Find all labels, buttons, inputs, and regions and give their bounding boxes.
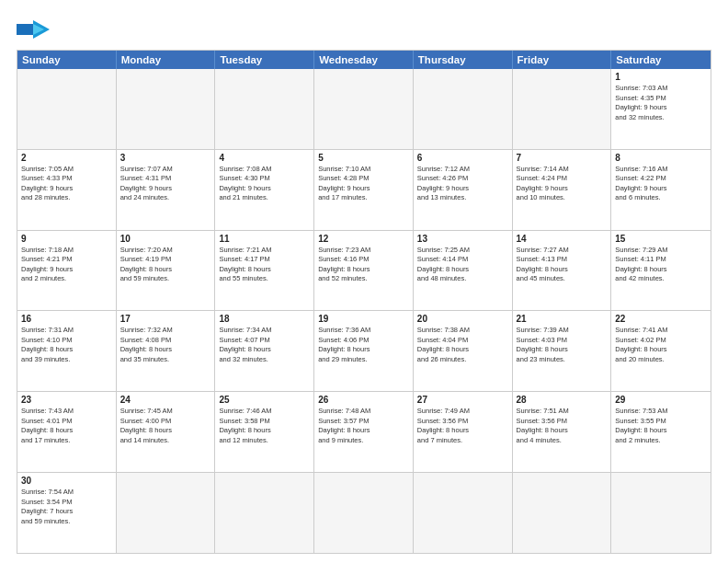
day-info: Sunrise: 7:31 AM Sunset: 4:10 PM Dayligh… <box>21 326 112 364</box>
day-cell-19: 19Sunrise: 7:36 AM Sunset: 4:06 PM Dayli… <box>314 311 414 391</box>
day-number: 22 <box>615 314 707 324</box>
day-cell-18: 18Sunrise: 7:34 AM Sunset: 4:07 PM Dayli… <box>215 311 314 391</box>
day-info: Sunrise: 7:27 AM Sunset: 4:13 PM Dayligh… <box>517 246 608 284</box>
day-cell-21: 21Sunrise: 7:39 AM Sunset: 4:03 PM Dayli… <box>513 311 612 391</box>
calendar-body: 1Sunrise: 7:03 AM Sunset: 4:35 PM Daylig… <box>17 69 711 553</box>
day-cell-16: 16Sunrise: 7:31 AM Sunset: 4:10 PM Dayli… <box>17 311 117 391</box>
day-cell-27: 27Sunrise: 7:49 AM Sunset: 3:56 PM Dayli… <box>414 392 513 472</box>
day-info: Sunrise: 7:14 AM Sunset: 4:24 PM Dayligh… <box>517 165 608 203</box>
day-number: 2 <box>21 153 112 163</box>
calendar-row-3: 16Sunrise: 7:31 AM Sunset: 4:10 PM Dayli… <box>17 310 711 391</box>
empty-cell <box>215 69 314 149</box>
day-cell-15: 15Sunrise: 7:29 AM Sunset: 4:11 PM Dayli… <box>611 231 711 311</box>
logo <box>17 17 53 42</box>
day-number: 10 <box>120 234 211 244</box>
day-number: 6 <box>417 153 508 163</box>
day-number: 16 <box>21 314 112 324</box>
day-cell-25: 25Sunrise: 7:46 AM Sunset: 3:58 PM Dayli… <box>215 392 314 472</box>
calendar-row-4: 23Sunrise: 7:43 AM Sunset: 4:01 PM Dayli… <box>17 391 711 472</box>
day-info: Sunrise: 7:03 AM Sunset: 4:35 PM Dayligh… <box>615 84 707 122</box>
day-cell-5: 5Sunrise: 7:10 AM Sunset: 4:28 PM Daylig… <box>314 150 414 230</box>
day-number: 25 <box>219 395 310 405</box>
day-info: Sunrise: 7:34 AM Sunset: 4:07 PM Dayligh… <box>219 326 310 364</box>
day-number: 27 <box>417 395 508 405</box>
day-info: Sunrise: 7:23 AM Sunset: 4:16 PM Dayligh… <box>318 246 409 284</box>
day-number: 24 <box>120 395 211 405</box>
header-day-monday: Monday <box>117 51 216 69</box>
day-number: 23 <box>21 395 112 405</box>
day-cell-4: 4Sunrise: 7:08 AM Sunset: 4:30 PM Daylig… <box>215 150 314 230</box>
day-info: Sunrise: 7:41 AM Sunset: 4:02 PM Dayligh… <box>615 326 707 364</box>
empty-cell <box>314 473 414 553</box>
day-number: 17 <box>120 314 211 324</box>
day-cell-29: 29Sunrise: 7:53 AM Sunset: 3:55 PM Dayli… <box>611 392 711 472</box>
day-cell-14: 14Sunrise: 7:27 AM Sunset: 4:13 PM Dayli… <box>513 231 612 311</box>
day-number: 26 <box>318 395 409 405</box>
empty-cell <box>215 473 314 553</box>
header-day-sunday: Sunday <box>17 51 117 69</box>
day-cell-23: 23Sunrise: 7:43 AM Sunset: 4:01 PM Dayli… <box>17 392 117 472</box>
header-day-saturday: Saturday <box>611 51 711 69</box>
day-info: Sunrise: 7:54 AM Sunset: 3:54 PM Dayligh… <box>21 488 112 526</box>
day-number: 14 <box>517 234 608 244</box>
day-info: Sunrise: 7:46 AM Sunset: 3:58 PM Dayligh… <box>219 407 310 445</box>
empty-cell <box>513 473 612 553</box>
empty-cell <box>117 69 216 149</box>
day-cell-10: 10Sunrise: 7:20 AM Sunset: 4:19 PM Dayli… <box>117 231 216 311</box>
day-number: 1 <box>615 72 707 82</box>
day-info: Sunrise: 7:05 AM Sunset: 4:33 PM Dayligh… <box>21 165 112 203</box>
day-number: 29 <box>615 395 707 405</box>
day-cell-7: 7Sunrise: 7:14 AM Sunset: 4:24 PM Daylig… <box>513 150 612 230</box>
empty-cell <box>611 473 711 553</box>
day-info: Sunrise: 7:18 AM Sunset: 4:21 PM Dayligh… <box>21 246 112 284</box>
day-number: 9 <box>21 234 112 244</box>
day-info: Sunrise: 7:39 AM Sunset: 4:03 PM Dayligh… <box>517 326 608 364</box>
day-info: Sunrise: 7:48 AM Sunset: 3:57 PM Dayligh… <box>318 407 409 445</box>
day-info: Sunrise: 7:49 AM Sunset: 3:56 PM Dayligh… <box>417 407 508 445</box>
empty-cell <box>314 69 414 149</box>
day-cell-26: 26Sunrise: 7:48 AM Sunset: 3:57 PM Dayli… <box>314 392 414 472</box>
day-info: Sunrise: 7:45 AM Sunset: 4:00 PM Dayligh… <box>120 407 211 445</box>
day-number: 3 <box>120 153 211 163</box>
day-number: 19 <box>318 314 409 324</box>
day-number: 21 <box>517 314 608 324</box>
calendar: SundayMondayTuesdayWednesdayThursdayFrid… <box>17 50 711 554</box>
header-day-thursday: Thursday <box>414 51 513 69</box>
calendar-row-1: 2Sunrise: 7:05 AM Sunset: 4:33 PM Daylig… <box>17 149 711 230</box>
day-number: 5 <box>318 153 409 163</box>
day-cell-3: 3Sunrise: 7:07 AM Sunset: 4:31 PM Daylig… <box>117 150 216 230</box>
header-day-wednesday: Wednesday <box>314 51 414 69</box>
svg-rect-0 <box>17 24 33 35</box>
day-info: Sunrise: 7:32 AM Sunset: 4:08 PM Dayligh… <box>120 326 211 364</box>
calendar-row-0: 1Sunrise: 7:03 AM Sunset: 4:35 PM Daylig… <box>17 69 711 149</box>
day-number: 8 <box>615 153 707 163</box>
day-cell-13: 13Sunrise: 7:25 AM Sunset: 4:14 PM Dayli… <box>414 231 513 311</box>
day-info: Sunrise: 7:10 AM Sunset: 4:28 PM Dayligh… <box>318 165 409 203</box>
day-info: Sunrise: 7:12 AM Sunset: 4:26 PM Dayligh… <box>417 165 508 203</box>
day-cell-30: 30Sunrise: 7:54 AM Sunset: 3:54 PM Dayli… <box>17 473 117 553</box>
day-info: Sunrise: 7:16 AM Sunset: 4:22 PM Dayligh… <box>615 165 707 203</box>
day-info: Sunrise: 7:43 AM Sunset: 4:01 PM Dayligh… <box>21 407 112 445</box>
day-cell-2: 2Sunrise: 7:05 AM Sunset: 4:33 PM Daylig… <box>17 150 117 230</box>
day-cell-9: 9Sunrise: 7:18 AM Sunset: 4:21 PM Daylig… <box>17 231 117 311</box>
day-info: Sunrise: 7:08 AM Sunset: 4:30 PM Dayligh… <box>219 165 310 203</box>
day-number: 30 <box>21 476 112 486</box>
calendar-row-2: 9Sunrise: 7:18 AM Sunset: 4:21 PM Daylig… <box>17 230 711 311</box>
empty-cell <box>414 69 513 149</box>
day-cell-20: 20Sunrise: 7:38 AM Sunset: 4:04 PM Dayli… <box>414 311 513 391</box>
empty-cell <box>117 473 216 553</box>
day-number: 15 <box>615 234 707 244</box>
day-number: 4 <box>219 153 310 163</box>
day-cell-11: 11Sunrise: 7:21 AM Sunset: 4:17 PM Dayli… <box>215 231 314 311</box>
day-info: Sunrise: 7:36 AM Sunset: 4:06 PM Dayligh… <box>318 326 409 364</box>
day-info: Sunrise: 7:21 AM Sunset: 4:17 PM Dayligh… <box>219 246 310 284</box>
day-number: 11 <box>219 234 310 244</box>
empty-cell <box>513 69 612 149</box>
day-info: Sunrise: 7:29 AM Sunset: 4:11 PM Dayligh… <box>615 246 707 284</box>
empty-cell <box>414 473 513 553</box>
logo-icon <box>17 17 50 42</box>
day-number: 28 <box>517 395 608 405</box>
day-cell-6: 6Sunrise: 7:12 AM Sunset: 4:26 PM Daylig… <box>414 150 513 230</box>
calendar-row-5: 30Sunrise: 7:54 AM Sunset: 3:54 PM Dayli… <box>17 472 711 553</box>
day-cell-8: 8Sunrise: 7:16 AM Sunset: 4:22 PM Daylig… <box>611 150 711 230</box>
